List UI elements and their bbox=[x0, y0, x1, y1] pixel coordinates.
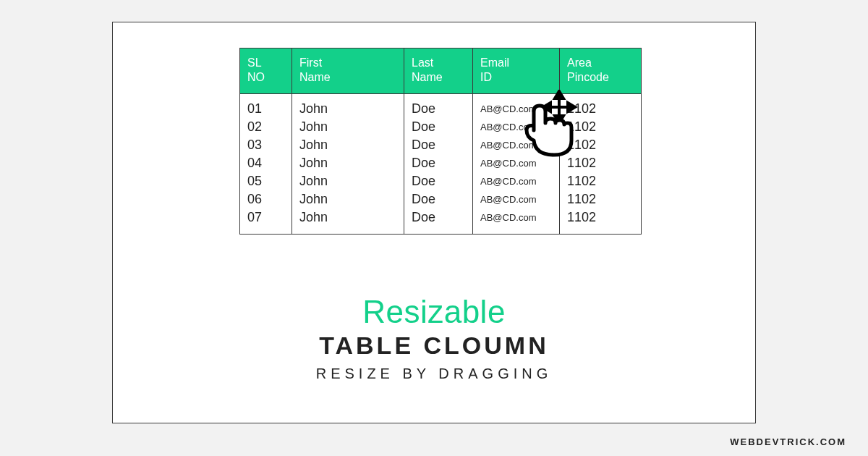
th-label: SLNO bbox=[247, 56, 265, 83]
cell-sl: 05 bbox=[240, 172, 292, 190]
cell-area: 1102 bbox=[560, 190, 642, 208]
cell-area: 1102 bbox=[560, 172, 642, 190]
cell-sl: 04 bbox=[240, 154, 292, 172]
table-row: 04JohnDoeAB@CD.com1102 bbox=[240, 154, 642, 172]
table-header-row: SLNO FirstName LastName EmailID AreaPinc… bbox=[240, 48, 642, 94]
cell-first: John bbox=[292, 190, 404, 208]
th-label: EmailID bbox=[480, 56, 509, 83]
cell-area: 1102 bbox=[560, 136, 642, 154]
cell-first: John bbox=[292, 118, 404, 136]
cell-email: AB@CD.com bbox=[473, 172, 560, 190]
cell-area: 1102 bbox=[560, 208, 642, 235]
table-row: 03JohnDoeAB@CD.com1102 bbox=[240, 136, 642, 154]
cell-sl: 03 bbox=[240, 136, 292, 154]
cell-first: John bbox=[292, 208, 404, 235]
cell-email: AB@CD.com bbox=[473, 190, 560, 208]
table-row: 05JohnDoeAB@CD.com1102 bbox=[240, 172, 642, 190]
cell-email: AB@CD.com bbox=[473, 118, 560, 136]
th-email-id: EmailID bbox=[473, 48, 560, 94]
cell-sl: 07 bbox=[240, 208, 292, 235]
cell-sl: 02 bbox=[240, 118, 292, 136]
cell-first: John bbox=[292, 154, 404, 172]
table-row: 01JohnDoeAB@CD.com1102 bbox=[240, 94, 642, 119]
cell-last: Doe bbox=[404, 190, 473, 208]
cell-last: Doe bbox=[404, 172, 473, 190]
table-row: 06JohnDoeAB@CD.com1102 bbox=[240, 190, 642, 208]
cell-email: AB@CD.com bbox=[473, 208, 560, 235]
table-row: 02JohnDoeAB@CD.com1102 bbox=[240, 118, 642, 136]
th-label: FirstName bbox=[299, 56, 331, 83]
data-table: SLNO FirstName LastName EmailID AreaPinc… bbox=[239, 48, 642, 235]
cell-email: AB@CD.com bbox=[473, 94, 560, 119]
th-label: LastName bbox=[412, 56, 443, 83]
cell-first: John bbox=[292, 136, 404, 154]
cell-area: 1102 bbox=[560, 118, 642, 136]
cell-sl: 06 bbox=[240, 190, 292, 208]
resizable-table: SLNO FirstName LastName EmailID AreaPinc… bbox=[239, 48, 641, 235]
cell-area: 1102 bbox=[560, 94, 642, 119]
title-block: Resizable TABLE CLOUMN RESIZE BY DRAGGIN… bbox=[113, 294, 755, 382]
cell-sl: 01 bbox=[240, 94, 292, 119]
th-label: AreaPincode bbox=[567, 56, 609, 83]
title-line-1: Resizable bbox=[113, 294, 755, 330]
table-row: 07JohnDoeAB@CD.com1102 bbox=[240, 208, 642, 235]
cell-email: AB@CD.com bbox=[473, 136, 560, 154]
th-sl-no: SLNO bbox=[240, 48, 292, 94]
th-area-pincode: AreaPincode bbox=[560, 48, 642, 94]
cell-last: Doe bbox=[404, 118, 473, 136]
site-credit: WEBDEVTRICK.COM bbox=[730, 436, 846, 447]
cell-last: Doe bbox=[404, 154, 473, 172]
th-last-name: LastName bbox=[404, 48, 473, 94]
demo-panel: SLNO FirstName LastName EmailID AreaPinc… bbox=[112, 22, 756, 423]
title-line-2: TABLE CLOUMN bbox=[113, 332, 755, 360]
cell-last: Doe bbox=[404, 136, 473, 154]
cell-first: John bbox=[292, 172, 404, 190]
cell-last: Doe bbox=[404, 208, 473, 235]
th-first-name: FirstName bbox=[292, 48, 404, 94]
title-line-3: RESIZE BY DRAGGING bbox=[113, 366, 755, 382]
cell-last: Doe bbox=[404, 94, 473, 119]
cell-area: 1102 bbox=[560, 154, 642, 172]
cell-email: AB@CD.com bbox=[473, 154, 560, 172]
cell-first: John bbox=[292, 94, 404, 119]
